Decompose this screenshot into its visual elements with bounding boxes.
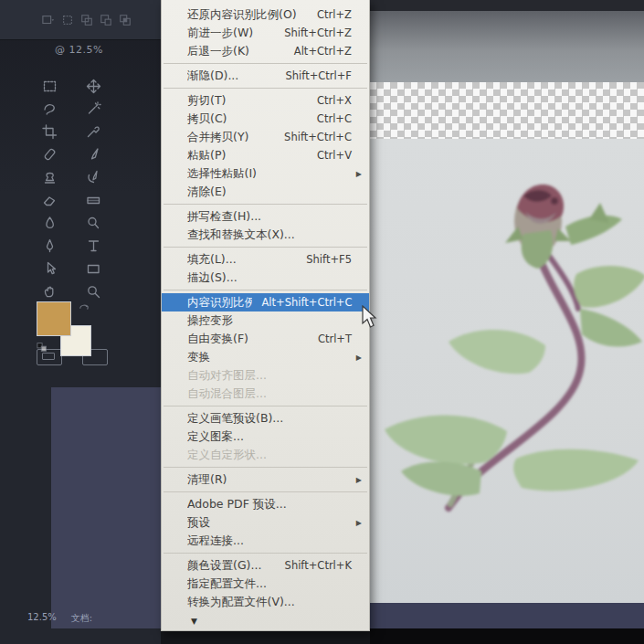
magic-wand-tool[interactable] bbox=[71, 98, 115, 120]
menu-item[interactable]: 填充(L)...Shift+F5 bbox=[162, 250, 369, 269]
workspace-background bbox=[51, 387, 161, 628]
tools-grid bbox=[27, 75, 115, 302]
menu-item[interactable]: 渐隐(D)...Shift+Ctrl+F bbox=[162, 67, 369, 85]
swap-colors-icon[interactable] bbox=[79, 301, 91, 312]
history-brush-tool[interactable] bbox=[71, 166, 115, 188]
status-zoom-level[interactable]: 12.5% bbox=[27, 612, 57, 625]
menu-item[interactable]: 转换为配置文件(V)... bbox=[162, 593, 369, 611]
submenu-arrow-icon: ▶ bbox=[352, 170, 362, 178]
shape-tool[interactable] bbox=[71, 258, 115, 280]
menu-item[interactable]: 还原内容识别比例(O)Ctrl+Z bbox=[162, 5, 369, 24]
menu-item[interactable]: 清除(E) bbox=[162, 183, 369, 201]
menu-item-label: 查找和替换文本(X)... bbox=[187, 227, 295, 243]
foreground-color-swatch[interactable] bbox=[37, 301, 71, 336]
zoom-icon bbox=[86, 284, 101, 300]
lasso-tool[interactable] bbox=[27, 98, 71, 120]
menu-item-label: 拷贝(C) bbox=[187, 111, 227, 127]
canvas-column bbox=[370, 0, 644, 644]
menu-separator bbox=[164, 63, 367, 64]
menu-item[interactable]: 拷贝(C)Ctrl+C bbox=[162, 110, 369, 128]
menu-item[interactable]: 剪切(T)Ctrl+X bbox=[162, 91, 369, 110]
menu-item[interactable]: 颜色设置(G)...Shift+Ctrl+K bbox=[162, 556, 369, 575]
submenu-arrow-icon: ▶ bbox=[352, 519, 362, 527]
menu-item-label: 内容识别比例 bbox=[187, 295, 252, 311]
tool-preset-icon[interactable] bbox=[42, 14, 55, 26]
menu-item-label: 定义画笔预设(B)... bbox=[187, 411, 283, 427]
menu-item[interactable]: 前进一步(W)Shift+Ctrl+Z bbox=[162, 24, 369, 42]
menu-item[interactable]: 内容识别比例Alt+Shift+Ctrl+C bbox=[162, 293, 369, 311]
document-tab[interactable]: @ 12.5% bbox=[55, 44, 103, 56]
menu-item: 自动混合图层... bbox=[162, 385, 369, 403]
pen-tool[interactable] bbox=[27, 235, 71, 257]
menu-item-shortcut: Ctrl+T bbox=[309, 333, 352, 345]
path-selection-tool[interactable] bbox=[27, 258, 71, 280]
shape-icon bbox=[86, 261, 101, 277]
status-document-info[interactable]: 文档: bbox=[71, 612, 92, 625]
menu-item[interactable]: 描边(S)... bbox=[162, 269, 369, 287]
menu-item[interactable]: 定义画笔预设(B)... bbox=[162, 409, 369, 428]
canvas-image[interactable] bbox=[370, 139, 644, 603]
menu-item[interactable]: 指定配置文件... bbox=[162, 575, 369, 593]
transparency-checkerboard bbox=[370, 82, 644, 139]
menu-item[interactable]: 粘贴(P)Ctrl+V bbox=[162, 146, 369, 164]
menu-item[interactable]: 变换▶ bbox=[162, 348, 369, 366]
menu-item[interactable]: 拼写检查(H)... bbox=[162, 207, 369, 226]
hand-tool[interactable] bbox=[27, 280, 71, 302]
menu-scroll-down[interactable]: ▼ bbox=[162, 611, 369, 631]
type-tool[interactable] bbox=[71, 235, 115, 257]
gradient-tool[interactable] bbox=[71, 189, 115, 211]
submenu-arrow-icon: ▶ bbox=[352, 354, 362, 362]
menu-item-label: 填充(L)... bbox=[187, 252, 237, 268]
window-bottom-bar bbox=[370, 603, 644, 628]
move-tool[interactable] bbox=[71, 75, 115, 97]
spot-healing-tool[interactable] bbox=[27, 143, 71, 165]
menu-item[interactable]: 远程连接... bbox=[162, 532, 369, 550]
menu-item[interactable]: 合并拷贝(Y)Shift+Ctrl+C bbox=[162, 128, 369, 146]
menu-item-shortcut: Shift+F5 bbox=[297, 253, 352, 266]
status-bar: 12.5% 文档: bbox=[27, 612, 161, 625]
blur-tool[interactable] bbox=[27, 212, 71, 234]
menu-separator bbox=[164, 491, 367, 492]
menu-item-label: 描边(S)... bbox=[187, 270, 238, 286]
subtract-selection-icon[interactable] bbox=[100, 14, 112, 26]
hand-icon bbox=[42, 284, 58, 300]
menu-item-shortcut: Ctrl+V bbox=[308, 149, 352, 162]
menu-item[interactable]: 自由变换(F)Ctrl+T bbox=[162, 330, 369, 348]
default-colors-icon[interactable] bbox=[37, 342, 49, 353]
menu-item[interactable]: 查找和替换文本(X)... bbox=[162, 226, 369, 244]
intersect-selection-icon[interactable] bbox=[119, 14, 132, 26]
menu-item[interactable]: Adobe PDF 预设... bbox=[162, 495, 369, 513]
new-selection-icon[interactable] bbox=[61, 14, 74, 26]
clone-stamp-tool[interactable] bbox=[27, 166, 71, 188]
edit-menu-list: 还原内容识别比例(O)Ctrl+Z前进一步(W)Shift+Ctrl+Z后退一步… bbox=[162, 5, 369, 611]
add-selection-icon[interactable] bbox=[80, 14, 93, 26]
menu-item[interactable]: 定义图案... bbox=[162, 428, 369, 446]
magic-wand-icon bbox=[86, 101, 101, 117]
menu-item-shortcut: Shift+Ctrl+Z bbox=[275, 26, 352, 39]
pen-icon bbox=[42, 238, 58, 254]
menu-separator bbox=[164, 290, 367, 290]
eraser-icon bbox=[42, 193, 58, 208]
zoom-tool[interactable] bbox=[71, 280, 115, 302]
eyedropper-icon bbox=[86, 124, 101, 140]
menu-item-shortcut: Ctrl+X bbox=[308, 94, 352, 107]
menu-item-label: 颜色设置(G)... bbox=[187, 558, 261, 574]
lasso-icon bbox=[42, 101, 58, 117]
menu-item[interactable]: 后退一步(K)Alt+Ctrl+Z bbox=[162, 42, 369, 60]
menu-item-label: 自由变换(F) bbox=[187, 332, 248, 347]
brush-tool[interactable] bbox=[71, 143, 115, 165]
eyedropper-tool[interactable] bbox=[71, 121, 115, 143]
canvas-top-edge bbox=[370, 0, 644, 11]
menu-item-label: 清理(R) bbox=[187, 472, 227, 488]
menu-item[interactable]: 预设▶ bbox=[162, 513, 369, 532]
crop-tool[interactable] bbox=[27, 121, 71, 143]
menu-item[interactable]: 清理(R)▶ bbox=[162, 470, 369, 489]
menu-item[interactable]: 操控变形 bbox=[162, 311, 369, 330]
dodge-tool[interactable] bbox=[71, 212, 115, 234]
menu-item-label: 选择性粘贴(I) bbox=[187, 166, 257, 182]
eraser-tool[interactable] bbox=[27, 189, 71, 211]
rectangular-marquee-tool[interactable] bbox=[27, 75, 71, 97]
menu-item[interactable]: 选择性粘贴(I)▶ bbox=[162, 164, 369, 183]
menu-item-shortcut: Ctrl+Z bbox=[308, 8, 352, 21]
history-brush-icon bbox=[86, 170, 101, 185]
